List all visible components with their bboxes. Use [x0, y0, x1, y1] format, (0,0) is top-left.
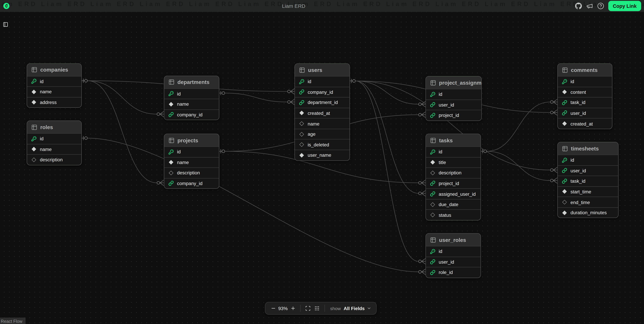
column-row-name: name [164, 99, 219, 109]
table-name: tasks [439, 137, 453, 143]
column-name: created_at [308, 111, 330, 115]
column-row-description: description [164, 168, 219, 178]
foreign-key-icon [562, 110, 567, 116]
column-name: id [439, 149, 442, 154]
table-user_roles[interactable]: user_rolesiduser_idrole_id [426, 233, 481, 278]
column-row-id: id [27, 76, 81, 86]
table-departments[interactable]: departmentsidnamecompany_id [164, 75, 219, 120]
primary-key-icon [430, 149, 436, 155]
table-icon [168, 79, 174, 85]
column-name: start_time [570, 189, 591, 194]
tidy-up-button[interactable] [312, 304, 322, 313]
not-null-icon [31, 100, 36, 105]
table-name: departments [177, 79, 209, 85]
column-name: id [570, 79, 574, 84]
column-row-name: name [27, 144, 81, 154]
column-name: due_date [439, 202, 458, 207]
column-name: role_id [439, 270, 453, 275]
column-row-id: id [558, 76, 612, 87]
table-project_assignments[interactable]: project_assignme...iduser_idproject_id [426, 76, 482, 121]
foreign-key-icon [430, 113, 436, 118]
not-null-icon [430, 160, 436, 165]
column-row-status: status [426, 210, 480, 220]
foreign-key-icon [562, 179, 567, 184]
table-header: projects [164, 134, 219, 146]
table-timesheets[interactable]: timesheetsiduser_idtask_idstart_timeend_… [557, 142, 618, 218]
primary-key-icon [430, 249, 436, 254]
chevron-down-icon [367, 306, 371, 310]
column-name: user_name [308, 153, 331, 157]
fit-view-button[interactable] [304, 304, 312, 313]
table-companies[interactable]: companiesidnameaddress [27, 63, 82, 108]
relationship-edge-roles.id-user_roles.role_id [81, 136, 426, 275]
table-name: user_roles [439, 237, 466, 243]
column-name: user_id [570, 111, 586, 115]
not-null-icon [562, 189, 567, 194]
column-row-start_time: start_time [558, 186, 618, 197]
column-name: department_id [308, 100, 338, 105]
column-row-description: description [27, 154, 81, 165]
not-null-icon [299, 152, 304, 158]
zoom-in-button[interactable] [288, 304, 297, 313]
column-row-user_id: user_id [558, 108, 612, 118]
zoom-out-button[interactable] [269, 304, 278, 313]
column-name: address [40, 100, 56, 105]
column-name: description [177, 171, 200, 176]
github-icon[interactable] [575, 2, 582, 10]
foreign-key-icon [430, 191, 436, 197]
panel-left-toggle-icon[interactable] [3, 21, 8, 27]
table-header: companies [27, 64, 81, 76]
column-row-id: id [164, 88, 219, 99]
help-icon[interactable] [597, 2, 605, 10]
top-bar: Liam ERD Liam ERD Liam ERD Liam ERD Liam… [0, 0, 644, 12]
nullable-icon [299, 131, 304, 137]
table-roles[interactable]: rolesidnamedescription [27, 120, 82, 165]
not-null-icon [299, 110, 304, 116]
column-row-created_at: created_at [558, 118, 612, 129]
table-header: timesheets [558, 142, 618, 155]
fields-filter-select[interactable]: All Fields [344, 306, 371, 311]
column-row-department_id: department_id [295, 97, 349, 108]
column-row-user_name: user_name [295, 150, 349, 160]
column-row-name: name [27, 86, 81, 97]
not-null-icon [562, 121, 567, 126]
column-row-id: id [426, 246, 480, 256]
zoom-level: 93% [278, 306, 288, 311]
table-users[interactable]: usersidcompany_iddepartment_idcreated_at… [294, 63, 350, 160]
column-name: created_at [570, 121, 593, 126]
column-name: id [570, 157, 574, 163]
column-row-id: id [164, 146, 219, 157]
column-row-assigned_user_id: assigned_user_id [426, 189, 480, 199]
table-name: projects [177, 137, 198, 143]
column-name: task_id [570, 100, 586, 105]
not-null-icon [31, 89, 36, 95]
column-row-id: id [426, 146, 480, 157]
foreign-key-icon [430, 102, 436, 108]
column-name: name [40, 89, 52, 94]
column-name: project_id [439, 113, 459, 118]
erd-canvas[interactable]: 93% show All Fields [0, 12, 644, 324]
relationship-edge-users.id-user_roles.user_id [349, 79, 426, 264]
table-icon [562, 67, 568, 73]
table-projects[interactable]: projectsidnamedescriptioncompany_id [164, 134, 219, 189]
primary-key-icon [168, 91, 174, 96]
table-comments[interactable]: commentsidcontenttask_iduser_idcreated_a… [557, 63, 612, 129]
megaphone-icon[interactable] [586, 2, 594, 10]
column-name: id [439, 249, 442, 254]
liam-logo-icon[interactable] [3, 3, 9, 9]
column-row-task_id: task_id [558, 97, 612, 108]
column-name: id [308, 79, 311, 84]
primary-key-icon [31, 136, 36, 141]
copy-link-button[interactable]: Copy Link [608, 1, 641, 11]
page-title: Liam ERD [263, 0, 324, 12]
table-tasks[interactable]: tasksidtitledescriptionproject_idassigne… [426, 134, 481, 220]
react-flow-attribution[interactable]: React Flow [0, 317, 25, 324]
column-row-id: id [27, 133, 81, 144]
column-row-age: age [295, 129, 349, 139]
not-null-icon [168, 102, 174, 107]
column-name: is_deleted [308, 142, 329, 147]
column-row-content: content [558, 87, 612, 97]
table-icon [31, 67, 37, 73]
foreign-key-icon [299, 100, 304, 105]
nullable-icon [31, 157, 36, 163]
